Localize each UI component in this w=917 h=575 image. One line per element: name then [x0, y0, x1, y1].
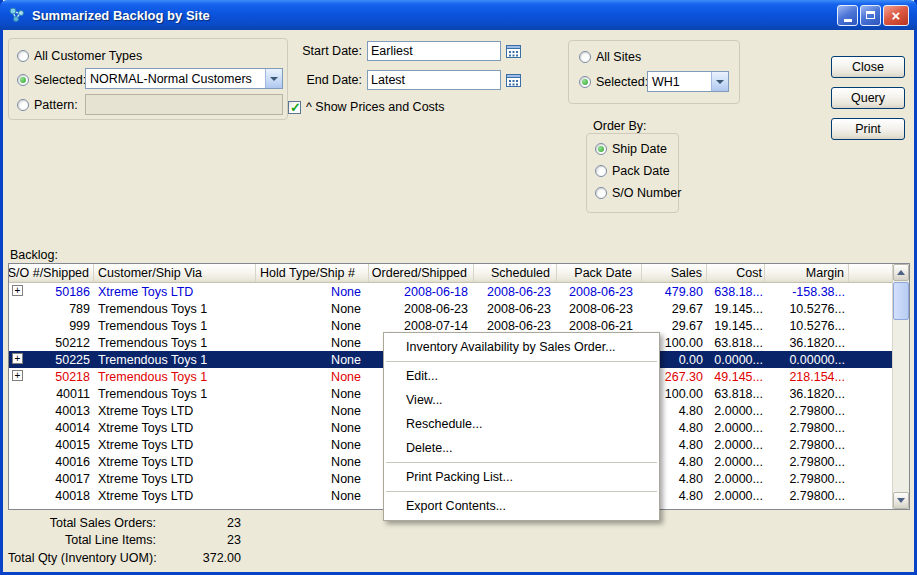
cell-sales: 479.80 — [665, 285, 703, 299]
start-date-label: Start Date: — [300, 44, 362, 58]
radio-icon — [595, 143, 607, 155]
menu-item-label: Reschedule... — [406, 417, 482, 431]
maximize-button[interactable] — [860, 5, 881, 26]
chevron-down-icon[interactable] — [711, 72, 728, 91]
menu-item[interactable]: Export Contents... — [384, 494, 659, 518]
order-by-options: Ship Date Pack Date S/O Number — [586, 133, 679, 213]
column-header-hold[interactable]: Hold Type/Ship # — [256, 264, 369, 282]
total-label: Total Sales Orders: — [8, 516, 156, 530]
print-button[interactable]: Print — [831, 118, 905, 140]
cell-margin: 218.154... — [789, 370, 845, 384]
end-date-calendar-icon[interactable] — [504, 71, 522, 88]
start-date-calendar-icon[interactable] — [504, 42, 522, 59]
order-by-option[interactable]: Pack Date — [595, 163, 678, 178]
query-button[interactable]: Query — [831, 87, 905, 109]
order-by-option[interactable]: S/O Number — [595, 185, 678, 200]
cell-sales: 4.80 — [679, 455, 703, 469]
cell-so-number: 999 — [69, 319, 90, 333]
cell-hold-type: None — [331, 404, 361, 418]
column-header-margin[interactable]: Margin — [765, 264, 849, 282]
cell-hold-type: None — [331, 438, 361, 452]
titlebar[interactable]: Summarized Backlog by Site × — [0, 0, 917, 30]
cell-cost: 638.18... — [714, 285, 763, 299]
column-header-so[interactable]: S/O #/Shipped — [9, 264, 94, 282]
start-date-input[interactable] — [367, 41, 501, 61]
total-value: 23 — [156, 533, 241, 547]
show-prices-checkbox[interactable]: ^ Show Prices and Costs — [288, 100, 445, 114]
total-value: 23 — [156, 516, 241, 530]
customer-combo-value: NORMAL-Normal Customers — [86, 72, 265, 86]
cell-ordered-date: 2008-07-14 — [404, 319, 468, 333]
arrow-up-icon — [897, 270, 905, 275]
cell-cost: 63.818... — [714, 387, 763, 401]
cell-so-number: 789 — [69, 302, 90, 316]
menu-item-label: View... — [406, 393, 443, 407]
column-header-sales[interactable]: Sales — [642, 264, 707, 282]
menu-item[interactable]: Reschedule... — [384, 412, 659, 436]
expand-icon[interactable]: + — [12, 370, 23, 381]
menu-separator — [386, 491, 657, 492]
cell-margin: 0.00000... — [789, 353, 845, 367]
pattern-input[interactable] — [85, 94, 283, 115]
app-icon — [8, 6, 26, 24]
column-header-cost[interactable]: Cost — [707, 264, 765, 282]
dialog-content: All Customer Types Selected: NORMAL-Norm… — [3, 30, 914, 572]
expand-icon[interactable]: + — [12, 353, 23, 364]
menu-item-label: Inventory Availability by Sales Order... — [406, 340, 616, 354]
cell-margin: 2.79800... — [789, 438, 845, 452]
radio-selected-customer[interactable]: Selected: — [17, 72, 86, 87]
sites-group: All Sites Selected: WH1 — [568, 40, 740, 104]
close-window-button[interactable]: × — [883, 5, 909, 26]
menu-item[interactable]: Edit... — [384, 364, 659, 388]
cell-customer: Tremendous Toys 1 — [98, 370, 207, 384]
menu-item[interactable]: Inventory Availability by Sales Order... — [384, 335, 659, 359]
radio-selected-site[interactable]: Selected: — [579, 74, 648, 89]
expand-icon[interactable]: + — [12, 285, 23, 296]
checkbox-label: ^ Show Prices and Costs — [306, 100, 445, 114]
cell-cost: 2.0000... — [714, 472, 763, 486]
menu-item[interactable]: Delete... — [384, 436, 659, 460]
scroll-up-button[interactable] — [893, 264, 909, 281]
radio-label: All Sites — [596, 50, 641, 64]
table-row[interactable]: +50186 Xtreme Toys LTD None 2008-06-18 2… — [9, 283, 892, 300]
menu-item[interactable]: Print Packing List... — [384, 465, 659, 489]
cell-margin: 2.79800... — [789, 421, 845, 435]
table-scrollbar[interactable] — [892, 264, 909, 509]
radio-icon — [595, 165, 607, 177]
radio-all-customer-types[interactable]: All Customer Types — [17, 48, 142, 63]
table-row[interactable]: +789 Tremendous Toys 1 None 2008-06-23 2… — [9, 300, 892, 317]
maximize-icon — [866, 11, 875, 19]
cell-sales: 267.30 — [665, 370, 703, 384]
cell-ordered-date: 2008-06-23 — [404, 302, 468, 316]
radio-icon — [579, 76, 591, 88]
site-combo[interactable]: WH1 — [647, 71, 729, 92]
order-by-option[interactable]: Ship Date — [595, 141, 678, 156]
cell-so-number: 40016 — [55, 455, 90, 469]
menu-item[interactable]: View... — [384, 388, 659, 412]
cell-cost: 2.0000... — [714, 438, 763, 452]
menu-item-label: Export Contents... — [406, 499, 506, 513]
customer-combo[interactable]: NORMAL-Normal Customers — [85, 68, 283, 89]
column-header-ordered[interactable]: Ordered/Shipped — [369, 264, 474, 282]
cell-ordered-date: 2008-06-18 — [404, 285, 468, 299]
cell-hold-type: None — [331, 302, 361, 316]
scrollbar-thumb[interactable] — [893, 282, 909, 320]
column-header-pack-date[interactable]: Pack Date — [557, 264, 642, 282]
cell-so-number: 40011 — [56, 387, 90, 401]
site-combo-value: WH1 — [648, 75, 711, 89]
column-header-customer[interactable]: Customer/Ship Via — [94, 264, 256, 282]
end-date-input[interactable] — [367, 70, 501, 90]
radio-pattern-customer[interactable]: Pattern: — [17, 97, 78, 112]
column-header-scheduled[interactable]: Scheduled — [474, 264, 557, 282]
arrow-down-icon — [897, 498, 905, 503]
menu-item-label: Edit... — [406, 369, 438, 383]
cell-sales: 29.67 — [672, 302, 703, 316]
scroll-down-button[interactable] — [893, 492, 909, 509]
chevron-down-icon[interactable] — [265, 69, 282, 88]
cell-hold-type: None — [331, 353, 361, 367]
minimize-button[interactable] — [837, 5, 858, 26]
radio-all-sites[interactable]: All Sites — [579, 49, 641, 64]
cell-hold-type: None — [331, 285, 361, 299]
cell-cost: 63.818... — [714, 336, 763, 350]
close-button[interactable]: Close — [831, 56, 905, 78]
